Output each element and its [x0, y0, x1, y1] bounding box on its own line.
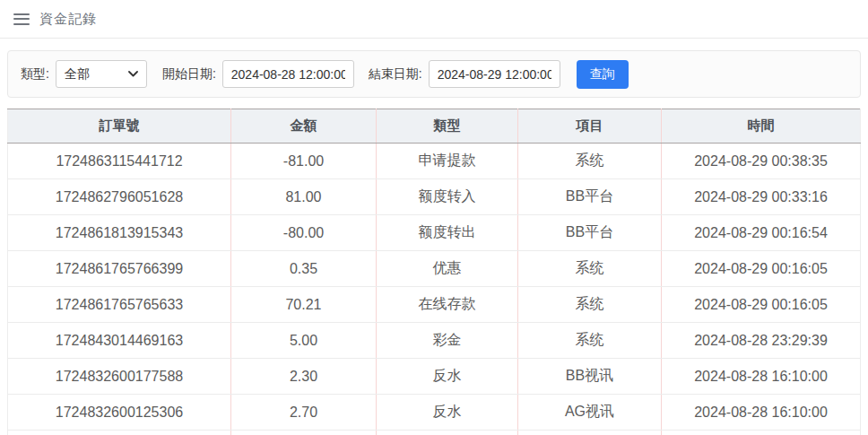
cell-amount: 81.00 — [231, 179, 377, 215]
cell-type: 反水 — [377, 395, 518, 431]
cell-item: BB视讯 — [518, 359, 662, 395]
cell-amount: 5.00 — [231, 323, 377, 359]
cell-type: 反水 — [377, 359, 518, 395]
cell-item — [518, 431, 662, 435]
cell-order-no: 1724862796051628 — [8, 179, 231, 215]
cell-item: 系统 — [518, 144, 662, 179]
cell-order-no: 1724843014469163 — [8, 323, 231, 359]
cell-amount: -81.00 — [231, 144, 377, 179]
end-date-input[interactable] — [429, 60, 560, 88]
cell-time: 2024-08-28 23:29:39 — [662, 323, 861, 359]
table-row: 1724861765765633 70.21 在线存款 系统 2024-08-2… — [8, 287, 861, 323]
table-row: 1724832600177588 2.30 反水 BB视讯 2024-08-28… — [8, 359, 861, 395]
cell-amount: -80.00 — [231, 215, 377, 251]
table-row: 1724861813915343 -80.00 额度转出 BB平台 2024-0… — [8, 215, 861, 251]
column-header-order-no: 訂單號 — [8, 109, 231, 144]
type-label: 類型: — [21, 66, 49, 83]
table-row: 1724862796051628 81.00 额度转入 BB平台 2024-08… — [8, 179, 861, 215]
cell-time: 2024-08-29 00:16:54 — [662, 215, 861, 251]
cell-type: 在线存款 — [377, 287, 518, 323]
cell-type: 彩金 — [377, 323, 518, 359]
cell-amount: 2.30 — [231, 359, 377, 395]
cell-time — [662, 431, 861, 435]
cell-order-no: 1724832600125306 — [8, 395, 231, 431]
cell-amount: 2.70 — [231, 395, 377, 431]
page-title: 資金記錄 — [39, 11, 97, 28]
records-table-wrap: 訂單號 金額 類型 項目 時間 1724863115441712 -81.00 … — [7, 109, 861, 435]
cell-order-no: 1724832600177588 — [8, 359, 231, 395]
cell-order-no: 1724863115441712 — [8, 144, 231, 179]
table-body: 1724863115441712 -81.00 申请提款 系统 2024-08-… — [8, 144, 861, 435]
column-header-amount: 金額 — [231, 109, 377, 144]
table-row: 1724863115441712 -81.00 申请提款 系统 2024-08-… — [8, 144, 861, 179]
cell-time: 2024-08-28 16:10:00 — [662, 359, 861, 395]
start-date-label: 開始日期: — [162, 66, 216, 83]
cell-order-no: 1724861813915343 — [8, 215, 231, 251]
records-table: 訂單號 金額 類型 項目 時間 1724863115441712 -81.00 … — [7, 109, 861, 435]
cell-time: 2024-08-29 00:33:16 — [662, 179, 861, 215]
table-header-row: 訂單號 金額 類型 項目 時間 — [8, 109, 861, 144]
start-date-input[interactable] — [222, 60, 354, 88]
column-header-type: 類型 — [377, 109, 518, 144]
cell-amount: 0.35 — [231, 251, 377, 287]
cell-type: 额度转出 — [377, 215, 518, 251]
cell-time: 2024-08-29 00:16:05 — [662, 287, 861, 323]
cell-order-no — [8, 431, 231, 435]
cell-type: 优惠 — [377, 251, 518, 287]
cell-order-no: 1724861765766399 — [8, 251, 231, 287]
type-select[interactable]: 全部 — [56, 60, 147, 88]
cell-item: BB平台 — [518, 179, 662, 215]
cell-order-no: 1724861765765633 — [8, 287, 231, 323]
cell-item: 系统 — [518, 323, 662, 359]
cell-type — [377, 431, 518, 435]
cell-amount — [231, 431, 377, 435]
cell-item: AG视讯 — [518, 395, 662, 431]
table-row — [8, 431, 861, 435]
cell-item: 系统 — [518, 287, 662, 323]
end-date-label: 結束日期: — [369, 66, 422, 83]
cell-type: 额度转入 — [377, 179, 518, 215]
column-header-time: 時間 — [662, 109, 861, 144]
chevron-down-icon — [128, 71, 138, 77]
filter-panel: 類型: 全部 開始日期: 結束日期: 查詢 — [7, 50, 861, 98]
cell-type: 申请提款 — [377, 144, 518, 179]
cell-time: 2024-08-29 00:38:35 — [662, 144, 861, 179]
table-row: 1724832600125306 2.70 反水 AG视讯 2024-08-28… — [8, 395, 861, 431]
table-row: 1724861765766399 0.35 优惠 系统 2024-08-29 0… — [8, 251, 861, 287]
cell-time: 2024-08-28 16:10:00 — [662, 395, 861, 431]
cell-item: BB平台 — [518, 215, 662, 251]
type-select-value: 全部 — [65, 66, 90, 83]
table-row: 1724843014469163 5.00 彩金 系统 2024-08-28 2… — [8, 323, 861, 359]
top-bar: 資金記錄 — [0, 0, 868, 39]
cell-time: 2024-08-29 00:16:05 — [662, 251, 861, 287]
column-header-item: 項目 — [518, 109, 662, 144]
search-button[interactable]: 查詢 — [577, 60, 629, 89]
cell-item: 系统 — [518, 251, 662, 287]
cell-amount: 70.21 — [231, 287, 377, 323]
hamburger-menu-icon[interactable] — [13, 13, 30, 25]
